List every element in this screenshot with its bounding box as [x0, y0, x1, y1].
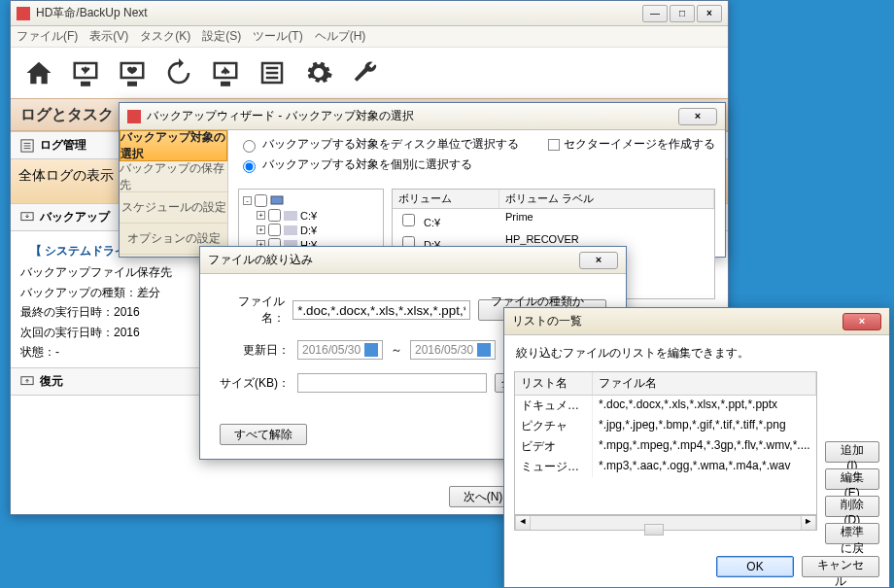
- menu-file[interactable]: ファイル(F): [17, 28, 78, 45]
- wizard-steps: バックアップ対象の選択 バックアップの保存先 スケジュールの設定 オプションの設…: [120, 130, 228, 257]
- list-row-pictures: ピクチャ*.jpg,*.jpeg,*.bmp,*.gif,*.tif,*.tif…: [515, 416, 816, 436]
- close-button[interactable]: ×: [697, 5, 722, 22]
- calendar-icon: [477, 343, 491, 357]
- wizard-step-schedule[interactable]: スケジュールの設定: [120, 192, 227, 224]
- date-to-picker[interactable]: 2016/05/30: [410, 340, 496, 360]
- scroll-right-icon[interactable]: ►: [801, 516, 816, 530]
- monitor-down-icon[interactable]: [71, 58, 100, 87]
- list-hscrollbar[interactable]: ◄ ►: [514, 515, 817, 531]
- edit-button[interactable]: 編集(E): [825, 468, 879, 490]
- minimize-button[interactable]: —: [642, 5, 668, 22]
- reset-button[interactable]: 標準に戻す(N): [825, 523, 879, 544]
- restore-up-icon: [20, 375, 34, 389]
- list-row-documents: ドキュメント*.doc,*.docx,*.xls,*.xlsx,*.ppt,*.…: [515, 396, 816, 416]
- backup-down-icon: [20, 211, 34, 225]
- sector-image-checkbox[interactable]: セクターイメージを作成する: [548, 136, 715, 173]
- date-label: 更新日：: [220, 342, 290, 359]
- menu-tools[interactable]: ツール(T): [253, 28, 302, 45]
- wizard-dialog: バックアップウィザード - バックアップ対象の選択 × バックアップ対象の選択 …: [119, 102, 726, 258]
- list-dialog: リストの一覧 × 絞り込むファイルのリストを編集できます。 リスト名ファイル名 …: [503, 307, 890, 588]
- add-button[interactable]: 追加(I): [825, 441, 879, 463]
- preset-list-table[interactable]: リスト名ファイル名 ドキュメント*.doc,*.docx,*.xls,*.xls…: [514, 371, 817, 515]
- app-icon: [127, 110, 141, 123]
- menu-task[interactable]: タスク(K): [140, 28, 190, 45]
- wizard-titlebar[interactable]: バックアップウィザード - バックアップ対象の選択 ×: [120, 103, 725, 130]
- maximize-button[interactable]: □: [670, 5, 695, 22]
- gear-icon[interactable]: [304, 58, 333, 87]
- size-label: サイズ(KB)：: [220, 375, 290, 392]
- wrench-icon[interactable]: [351, 58, 380, 87]
- wizard-step-target[interactable]: バックアップ対象の選択: [120, 130, 227, 161]
- list-titlebar[interactable]: リストの一覧 ×: [504, 308, 889, 335]
- list-ok-button[interactable]: OK: [716, 556, 794, 577]
- size-input[interactable]: [297, 373, 487, 393]
- app-icon: [17, 7, 30, 20]
- file-name-input[interactable]: [292, 300, 470, 320]
- radio-disk-unit[interactable]: バックアップする対象をディスク単位で選択する: [238, 136, 519, 153]
- list-icon[interactable]: [258, 58, 287, 87]
- menubar: ファイル(F) 表示(V) タスク(K) 設定(S) ツール(T) ヘルプ(H): [11, 26, 728, 48]
- list-desc: 絞り込むファイルのリストを編集できます。: [504, 335, 889, 362]
- filter-close-button[interactable]: ×: [579, 252, 618, 269]
- scroll-left-icon[interactable]: ◄: [515, 516, 531, 530]
- filter-titlebar[interactable]: ファイルの絞り込み ×: [200, 247, 626, 274]
- date-from-picker[interactable]: 2016/05/30: [297, 340, 383, 360]
- list-close-button[interactable]: ×: [842, 313, 881, 330]
- list-row-music: ミュージック*.mp3,*.aac,*.ogg,*.wma,*.m4a,*.wa…: [515, 457, 816, 477]
- main-title: HD革命/BackUp Next: [36, 5, 642, 21]
- wizard-step-dest[interactable]: バックアップの保存先: [120, 161, 227, 192]
- filter-title: ファイルの絞り込み: [208, 252, 579, 268]
- wizard-close-button[interactable]: ×: [678, 108, 717, 125]
- history-icon[interactable]: [164, 58, 193, 87]
- main-titlebar[interactable]: HD革命/BackUp Next — □ ×: [11, 1, 728, 26]
- wizard-title: バックアップウィザード - バックアップ対象の選択: [147, 108, 678, 124]
- show-all-log-link[interactable]: 全体ログの表示: [18, 167, 114, 183]
- menu-settings[interactable]: 設定(S): [202, 28, 241, 45]
- calendar-icon: [364, 343, 378, 357]
- menu-view[interactable]: 表示(V): [89, 28, 128, 45]
- list-title: リストの一覧: [512, 313, 842, 329]
- radio-individual[interactable]: バックアップする対象を個別に選択する: [238, 156, 519, 173]
- monitor-heart-icon[interactable]: [118, 58, 147, 87]
- delete-button[interactable]: 削除(D): [825, 496, 879, 517]
- menu-help[interactable]: ヘルプ(H): [315, 28, 366, 45]
- svg-rect-6: [271, 196, 283, 204]
- clear-all-button[interactable]: すべて解除: [220, 424, 307, 445]
- list-cancel-button[interactable]: キャンセル: [802, 556, 879, 577]
- list-row-video: ビデオ*.mpg,*.mpeg,*.mp4,*.3gp,*.flv,*.wmv,…: [515, 436, 816, 457]
- computer-icon: [270, 195, 284, 207]
- file-name-label: ファイル名：: [220, 294, 285, 327]
- toolbar: [11, 48, 728, 98]
- list-small-icon: [20, 139, 34, 153]
- home-icon[interactable]: [24, 58, 53, 87]
- monitor-up-icon[interactable]: [211, 58, 240, 87]
